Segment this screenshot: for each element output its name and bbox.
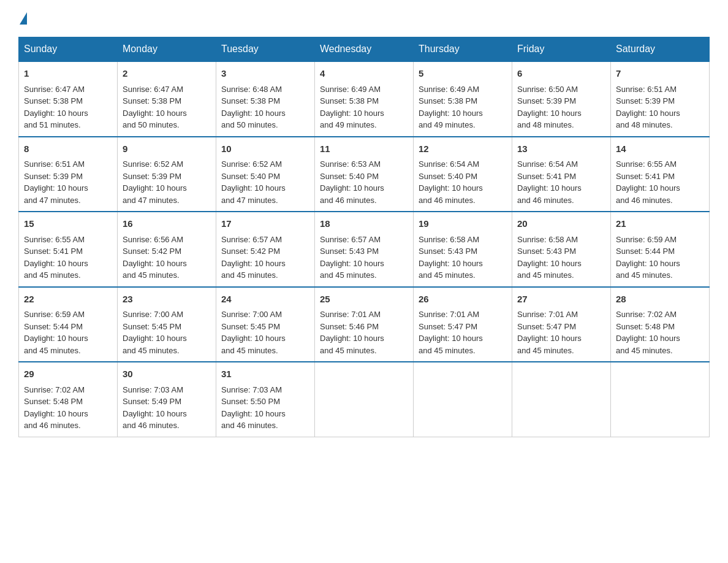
table-row: 15 Sunrise: 6:55 AM Sunset: 5:41 PM Dayl…	[19, 212, 118, 287]
daylight-minutes: and 46 minutes.	[221, 421, 278, 430]
sunrise-label: Sunrise: 6:52 AM	[221, 159, 282, 169]
day-number: 31	[221, 367, 309, 381]
sunrise-label: Sunrise: 6:52 AM	[123, 159, 183, 169]
daylight-label: Daylight: 10 hours	[517, 334, 582, 343]
daylight-label: Daylight: 10 hours	[517, 109, 582, 118]
day-number: 29	[24, 367, 112, 381]
daylight-minutes: and 46 minutes.	[123, 421, 180, 430]
daylight-minutes: and 45 minutes.	[616, 346, 673, 355]
header-thursday: Thursday	[414, 37, 512, 62]
sunset-label: Sunset: 5:38 PM	[221, 96, 280, 105]
sunrise-label: Sunrise: 6:54 AM	[517, 159, 578, 169]
daylight-minutes: and 45 minutes.	[419, 270, 476, 280]
day-number: 20	[517, 217, 605, 231]
sunset-label: Sunset: 5:38 PM	[320, 96, 379, 105]
sunrise-label: Sunrise: 6:47 AM	[24, 85, 85, 94]
logo-triangle-icon	[20, 12, 27, 25]
table-row: 25 Sunrise: 7:01 AM Sunset: 5:46 PM Dayl…	[315, 287, 414, 362]
header-monday: Monday	[118, 37, 216, 62]
day-number: 30	[123, 367, 211, 381]
sunrise-label: Sunrise: 6:50 AM	[517, 85, 578, 94]
header-friday: Friday	[512, 37, 611, 62]
table-row: 13 Sunrise: 6:54 AM Sunset: 5:41 PM Dayl…	[512, 137, 611, 212]
sunset-label: Sunset: 5:48 PM	[24, 397, 83, 406]
header-tuesday: Tuesday	[216, 37, 315, 62]
sunset-label: Sunset: 5:48 PM	[616, 322, 675, 331]
sunset-label: Sunset: 5:49 PM	[123, 397, 181, 406]
sunset-label: Sunset: 5:47 PM	[517, 322, 576, 331]
table-row: 18 Sunrise: 6:57 AM Sunset: 5:43 PM Dayl…	[315, 212, 414, 287]
calendar-week-row: 29 Sunrise: 7:02 AM Sunset: 5:48 PM Dayl…	[19, 362, 710, 437]
table-row: 8 Sunrise: 6:51 AM Sunset: 5:39 PM Dayli…	[19, 137, 118, 212]
day-number: 11	[320, 142, 408, 156]
day-number: 7	[616, 67, 704, 81]
daylight-minutes: and 45 minutes.	[320, 270, 377, 280]
sunset-label: Sunset: 5:41 PM	[24, 247, 83, 256]
sunrise-label: Sunrise: 6:55 AM	[616, 159, 677, 169]
day-number: 16	[123, 217, 211, 231]
table-row: 29 Sunrise: 7:02 AM Sunset: 5:48 PM Dayl…	[19, 362, 118, 437]
day-number: 4	[320, 67, 408, 81]
day-number: 17	[221, 217, 309, 231]
table-row: 22 Sunrise: 6:59 AM Sunset: 5:44 PM Dayl…	[19, 287, 118, 362]
day-number: 6	[517, 67, 605, 81]
day-number: 10	[221, 142, 309, 156]
daylight-minutes: and 45 minutes.	[517, 270, 574, 280]
daylight-minutes: and 45 minutes.	[24, 346, 81, 355]
table-row: 7 Sunrise: 6:51 AM Sunset: 5:39 PM Dayli…	[611, 61, 710, 137]
sunrise-label: Sunrise: 7:01 AM	[419, 310, 479, 319]
sunrise-label: Sunrise: 6:59 AM	[24, 310, 85, 319]
sunset-label: Sunset: 5:44 PM	[616, 247, 675, 256]
sunset-label: Sunset: 5:45 PM	[221, 322, 280, 331]
daylight-minutes: and 46 minutes.	[517, 196, 574, 205]
sunrise-label: Sunrise: 7:02 AM	[616, 310, 677, 319]
table-row	[611, 362, 710, 437]
day-number: 24	[221, 293, 309, 307]
day-number: 26	[419, 293, 507, 307]
day-number: 8	[24, 142, 112, 156]
table-row	[512, 362, 611, 437]
sunset-label: Sunset: 5:39 PM	[123, 172, 181, 181]
daylight-label: Daylight: 10 hours	[24, 259, 88, 268]
daylight-label: Daylight: 10 hours	[616, 183, 680, 193]
daylight-minutes: and 49 minutes.	[419, 120, 476, 129]
logo-general-text	[18, 12, 27, 25]
day-number: 21	[616, 217, 704, 231]
daylight-minutes: and 45 minutes.	[320, 346, 377, 355]
table-row: 9 Sunrise: 6:52 AM Sunset: 5:39 PM Dayli…	[118, 137, 216, 212]
table-row: 5 Sunrise: 6:49 AM Sunset: 5:38 PM Dayli…	[414, 61, 512, 137]
day-number: 22	[24, 293, 112, 307]
sunset-label: Sunset: 5:43 PM	[320, 247, 379, 256]
sunrise-label: Sunrise: 6:53 AM	[320, 159, 381, 169]
table-row: 12 Sunrise: 6:54 AM Sunset: 5:40 PM Dayl…	[414, 137, 512, 212]
sunrise-label: Sunrise: 6:54 AM	[419, 159, 479, 169]
table-row: 6 Sunrise: 6:50 AM Sunset: 5:39 PM Dayli…	[512, 61, 611, 137]
table-row: 23 Sunrise: 7:00 AM Sunset: 5:45 PM Dayl…	[118, 287, 216, 362]
sunset-label: Sunset: 5:47 PM	[419, 322, 477, 331]
sunset-label: Sunset: 5:50 PM	[221, 397, 280, 406]
day-number: 23	[123, 293, 211, 307]
daylight-label: Daylight: 10 hours	[123, 334, 187, 343]
header-sunday: Sunday	[19, 37, 118, 62]
daylight-minutes: and 48 minutes.	[616, 120, 673, 129]
sunset-label: Sunset: 5:40 PM	[221, 172, 280, 181]
daylight-label: Daylight: 10 hours	[517, 259, 582, 268]
sunset-label: Sunset: 5:40 PM	[320, 172, 379, 181]
sunset-label: Sunset: 5:39 PM	[616, 96, 675, 105]
daylight-label: Daylight: 10 hours	[221, 259, 286, 268]
daylight-label: Daylight: 10 hours	[419, 259, 483, 268]
daylight-minutes: and 47 minutes.	[221, 196, 278, 205]
daylight-label: Daylight: 10 hours	[24, 334, 88, 343]
sunset-label: Sunset: 5:45 PM	[123, 322, 181, 331]
table-row: 30 Sunrise: 7:03 AM Sunset: 5:49 PM Dayl…	[118, 362, 216, 437]
table-row: 24 Sunrise: 7:00 AM Sunset: 5:45 PM Dayl…	[216, 287, 315, 362]
table-row: 17 Sunrise: 6:57 AM Sunset: 5:42 PM Dayl…	[216, 212, 315, 287]
table-row: 4 Sunrise: 6:49 AM Sunset: 5:38 PM Dayli…	[315, 61, 414, 137]
daylight-label: Daylight: 10 hours	[24, 109, 88, 118]
sunrise-label: Sunrise: 6:49 AM	[320, 85, 381, 94]
calendar-week-row: 15 Sunrise: 6:55 AM Sunset: 5:41 PM Dayl…	[19, 212, 710, 287]
sunrise-label: Sunrise: 6:48 AM	[221, 85, 282, 94]
day-number: 25	[320, 293, 408, 307]
daylight-minutes: and 48 minutes.	[517, 120, 574, 129]
daylight-label: Daylight: 10 hours	[24, 183, 88, 193]
